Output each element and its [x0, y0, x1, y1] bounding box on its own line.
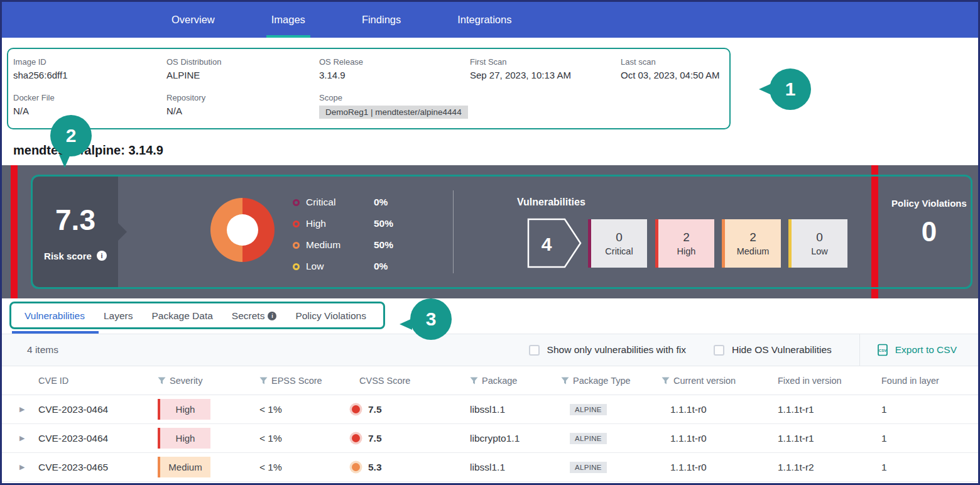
package-type-badge: ALPINE: [570, 404, 607, 415]
field-scope: Scope DemoReg1 | mendtester/alpine4444: [319, 93, 470, 119]
col-package-type[interactable]: Package Type: [555, 376, 655, 386]
expand-row-icon[interactable]: ▶: [2, 463, 32, 471]
nav-tab-findings[interactable]: Findings: [362, 2, 401, 38]
tab-vulnerabilities[interactable]: Vulnerabilities: [24, 310, 85, 322]
cell-epss: < 1%: [253, 433, 344, 444]
filter-icon[interactable]: [158, 377, 166, 384]
cell-cve: CVE-2023-0465: [32, 462, 151, 473]
cell-current-version: 1.1.1t-r0: [655, 404, 771, 415]
field-os-distribution: OS Distribution ALPINE: [166, 57, 319, 80]
tab-layers[interactable]: Layers: [104, 310, 133, 322]
table-row[interactable]: ▶ CVE-2023-0465 Medium < 1% 5.3 libssl1.…: [2, 453, 978, 482]
count-label: Medium: [737, 246, 770, 256]
risk-score-value: 7.3: [55, 203, 95, 237]
count-label: High: [677, 246, 696, 256]
risk-banner: 7.3 Risk score i Critical 0% High 50% Me…: [2, 165, 978, 298]
legend-dot-high-icon: [293, 221, 300, 227]
count-card-low: 0 Low: [788, 219, 847, 268]
legend-row-critical: Critical 0%: [293, 192, 393, 213]
col-epss-score[interactable]: EPSS Score: [253, 376, 344, 386]
export-csv-button[interactable]: CSV Export to CSV: [859, 334, 978, 366]
count-card-high: 2 High: [655, 219, 714, 268]
field-value: sha256:6dff1: [13, 70, 166, 80]
checkbox-hide-os[interactable]: [714, 345, 724, 356]
cell-severity: High: [151, 428, 253, 449]
annotation-callout-1: 1: [770, 68, 811, 110]
field-label: Docker File: [13, 93, 166, 102]
field-value: Sep 27, 2023, 10:13 AM: [470, 70, 621, 80]
field-value: ALPINE: [166, 70, 319, 80]
nav-tab-integrations[interactable]: Integrations: [457, 2, 511, 38]
field-value: 3.14.9: [319, 70, 470, 80]
legend-label: Medium: [306, 239, 374, 251]
cell-cvss: 7.5: [344, 433, 464, 444]
field-label: First Scan: [470, 57, 621, 67]
cell-fixed-version: 1.1.1t-r2: [771, 462, 875, 473]
filter-icon[interactable]: [561, 377, 569, 384]
table-row[interactable]: ▶ CVE-2023-0464 High < 1% 7.5 libcrypto1…: [2, 424, 978, 453]
svg-text:CSV: CSV: [879, 349, 886, 352]
col-fixed-in-version: Fixed in version: [771, 376, 875, 386]
filter-show-only-fix[interactable]: Show only vulnerabilities with fix: [529, 344, 686, 356]
tab-policy-violations[interactable]: Policy Violations: [295, 310, 366, 322]
callout-tail: [400, 319, 412, 330]
tab-package-data[interactable]: Package Data: [151, 310, 212, 322]
expand-row-icon[interactable]: ▶: [2, 434, 32, 442]
cell-current-version: 1.1.1t-r0: [655, 433, 771, 444]
expand-row-icon[interactable]: ▶: [2, 405, 32, 413]
checkbox-show-only-fix[interactable]: [529, 345, 540, 356]
table-controls: 4 items Show only vulnerabilities with f…: [2, 334, 978, 366]
count-value: 2: [683, 231, 690, 244]
cell-epss: < 1%: [253, 462, 344, 473]
legend-dot-low-icon: [293, 263, 300, 270]
legend-label: High: [306, 218, 374, 229]
image-metadata-panel: Image ID sha256:6dff1 OS Distribution AL…: [7, 48, 731, 129]
col-found-in-layer: Found in layer: [875, 376, 978, 386]
cell-package-type: ALPINE: [555, 461, 655, 473]
nav-tab-images[interactable]: Images: [271, 2, 305, 38]
tab-secrets[interactable]: Secrets i: [232, 310, 277, 322]
items-count: 4 items: [27, 344, 58, 356]
top-nav: Overview Images Findings Integrations: [2, 2, 978, 38]
scope-badge: DemoReg1 | mendtester/alpine4444: [319, 106, 468, 119]
field-label: OS Release: [319, 57, 470, 67]
filter-icon[interactable]: [259, 377, 268, 384]
red-stripe-right: [871, 165, 878, 298]
legend-pct: 50%: [374, 239, 393, 251]
info-icon[interactable]: i: [97, 251, 107, 261]
col-cvss-score[interactable]: CVSS Score: [344, 376, 464, 386]
export-csv-label: Export to CSV: [895, 344, 957, 356]
count-value: 0: [616, 231, 623, 244]
field-value: Oct 03, 2023, 04:50 AM: [621, 70, 729, 80]
table-header: CVE ID Severity EPSS Score CVSS Score Pa…: [2, 366, 978, 395]
col-cve-id[interactable]: CVE ID: [32, 376, 151, 386]
legend-row-high: High 50%: [293, 213, 393, 234]
field-first-scan: First Scan Sep 27, 2023, 10:13 AM: [470, 57, 621, 80]
table-row[interactable]: ▶ CVE-2023-0464 High < 1% 7.5 libssl1.1 …: [2, 395, 978, 424]
secrets-info-icon[interactable]: i: [268, 312, 276, 320]
page-title: mendtester/alpine: 3.14.9: [13, 143, 978, 158]
nav-tab-overview[interactable]: Overview: [172, 2, 215, 38]
cvss-severity-dot-icon: [352, 405, 360, 413]
field-label: OS Distribution: [166, 57, 319, 67]
policy-violations-panel: Policy Violations 0: [880, 165, 978, 298]
vulnerabilities-total: 4: [542, 234, 552, 254]
legend-pct: 0%: [374, 261, 388, 272]
risk-score-label: Risk score: [44, 251, 92, 261]
cell-cve: CVE-2023-0464: [32, 404, 151, 415]
filter-icon[interactable]: [470, 377, 478, 384]
cell-found-layer: 1: [875, 433, 978, 444]
cvss-severity-dot-icon: [352, 463, 360, 471]
col-current-version[interactable]: Current version: [655, 376, 771, 386]
col-package[interactable]: Package: [464, 376, 555, 386]
filter-icon[interactable]: [662, 377, 670, 384]
cvss-severity-dot-icon: [352, 434, 360, 442]
filter-label: Hide OS Vulnerabilities: [732, 344, 832, 356]
filter-hide-os[interactable]: Hide OS Vulnerabilities: [714, 344, 832, 356]
severity-badge: High: [158, 428, 210, 449]
legend-row-medium: Medium 50%: [293, 234, 393, 256]
package-type-badge: ALPINE: [570, 433, 607, 444]
severity-legend: Critical 0% High 50% Medium 50% Low 0%: [293, 192, 393, 277]
col-severity[interactable]: Severity: [151, 376, 253, 386]
cell-package-type: ALPINE: [555, 432, 655, 444]
